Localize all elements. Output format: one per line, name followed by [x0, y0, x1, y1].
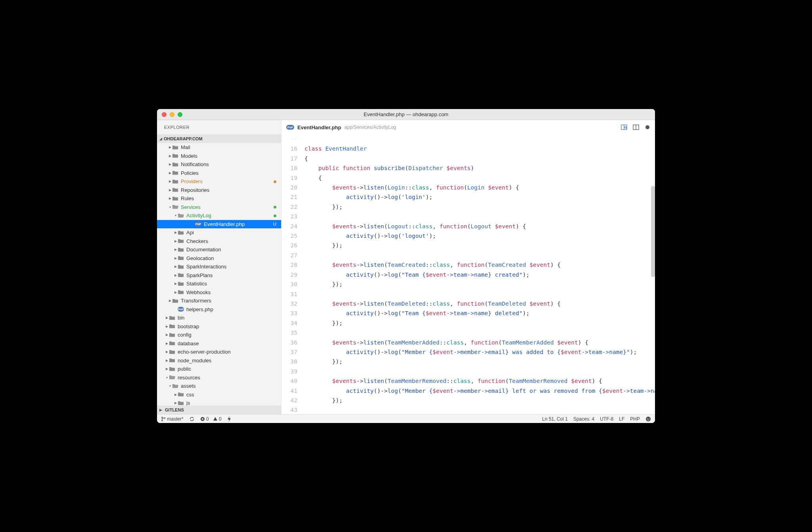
split-editor-icon[interactable] — [633, 124, 639, 130]
tab-row: PHP EventHandler.php app/Services/Activi… — [282, 120, 655, 134]
tree-item-database[interactable]: ▶database — [157, 339, 281, 348]
tree-item-public[interactable]: ▶public — [157, 365, 281, 373]
code-content[interactable]: class EventHandler{ public function subs… — [304, 134, 655, 414]
problems-status[interactable]: 0 0 — [200, 416, 222, 422]
tree-item-label: database — [178, 341, 277, 346]
tree-item-geolocation[interactable]: ▶Geolocation — [157, 254, 281, 263]
tree-item-sparkinteractions[interactable]: ▶SparkInteractions — [157, 262, 281, 271]
chevron-right-icon: ▶ — [168, 163, 172, 166]
folder-icon — [172, 162, 178, 167]
chevron-down-icon: ▾ — [174, 214, 178, 217]
tree-item-label: css — [186, 392, 277, 398]
tree-item-models[interactable]: ▶Models — [157, 152, 281, 161]
tree-item-transformers[interactable]: ▶Transformers — [157, 297, 281, 305]
tree-item-label: assets — [181, 383, 277, 389]
chevron-right-icon: ▶ — [174, 248, 178, 251]
tree-item-activitylog[interactable]: ▾ActivityLog — [157, 211, 281, 220]
folder-icon — [178, 290, 184, 295]
tree-item-notifications[interactable]: ▶Notifications — [157, 160, 281, 169]
titlebar[interactable]: EventHandler.php — ohdearapp.com — [157, 109, 655, 120]
chevron-right-icon: ▶ — [165, 325, 169, 328]
folder-icon — [178, 273, 184, 277]
tree-item-sparkplans[interactable]: ▶SparkPlans — [157, 271, 281, 280]
chevron-right-icon: ▶ — [174, 239, 178, 243]
indentation[interactable]: Spaces: 4 — [573, 416, 594, 422]
tree-item-repositories[interactable]: ▶Repositories — [157, 186, 281, 195]
svg-point-14 — [647, 418, 648, 419]
close-button[interactable] — [162, 112, 167, 117]
gitlens-label: GITLENS — [165, 408, 184, 412]
maximize-button[interactable] — [178, 112, 182, 117]
folder-open-icon — [172, 384, 178, 388]
tree-item-node-modules[interactable]: ▶node_modules — [157, 356, 281, 365]
cursor-position[interactable]: Ln 51, Col 1 — [542, 416, 568, 422]
tree-item-label: helpers.php — [186, 306, 277, 312]
folder-icon — [169, 341, 175, 346]
chevron-right-icon: ▶ — [165, 342, 169, 345]
tree-item-bootstrap[interactable]: ▶bootstrap — [157, 322, 281, 331]
chevron-down-icon: ▾ — [168, 205, 172, 209]
git-status-dot — [272, 213, 277, 218]
chevron-right-icon: ▶ — [159, 408, 162, 412]
tree-item-label: Api — [186, 230, 277, 235]
tree-item-label: bootstrap — [178, 323, 277, 329]
vertical-scrollbar[interactable] — [651, 186, 655, 277]
svg-point-9 — [164, 417, 165, 419]
chevron-right-icon: ▶ — [174, 231, 178, 234]
more-actions-icon[interactable] — [645, 124, 650, 130]
chevron-right-icon: ▶ — [168, 197, 172, 200]
tree-item-rules[interactable]: ▶Rules — [157, 194, 281, 203]
feedback-icon[interactable] — [645, 416, 651, 422]
tree-item-js[interactable]: ▶js — [157, 399, 281, 406]
eol[interactable]: LF — [619, 416, 624, 422]
line-gutter: ··16171819202122232425262728293031323334… — [282, 134, 304, 414]
folder-open-icon — [178, 213, 184, 218]
git-status-badge: U — [272, 222, 277, 226]
tree-item-resources[interactable]: ▾resources — [157, 373, 281, 382]
chevron-right-icon: ▶ — [165, 367, 169, 371]
svg-point-6 — [645, 125, 649, 129]
gitlens-header[interactable]: ▶ GITLENS — [157, 406, 281, 414]
chevron-right-icon: ▶ — [168, 299, 172, 302]
tree-item-services[interactable]: ▾Services — [157, 203, 281, 212]
tree-item-mail[interactable]: ▶Mail — [157, 143, 281, 152]
tree-item-assets[interactable]: ▾assets — [157, 382, 281, 390]
tree-item-policies[interactable]: ▶Policies — [157, 169, 281, 178]
tree-item-label: ActivityLog — [186, 212, 272, 218]
tree-item-providers[interactable]: ▶Providers — [157, 177, 281, 186]
branch-status[interactable]: master* — [161, 416, 184, 422]
minimize-button[interactable] — [170, 112, 174, 117]
tree-item-helpers-php[interactable]: PHPhelpers.php — [157, 305, 281, 314]
tree-item-label: Notifications — [181, 161, 277, 167]
tree-item-echo-server-production[interactable]: ▶echo-server-production — [157, 348, 281, 356]
chevron-right-icon: ▶ — [168, 171, 172, 175]
language-mode[interactable]: PHP — [630, 416, 640, 422]
split-preview-icon[interactable] — [621, 124, 627, 130]
tree-item-bin[interactable]: ▶bin — [157, 314, 281, 322]
tree-item-label: public — [178, 366, 277, 372]
tree-item-documentation[interactable]: ▶Documentation — [157, 245, 281, 254]
folder-icon — [178, 247, 184, 252]
chevron-right-icon: ▶ — [174, 256, 178, 260]
tree-item-statistics[interactable]: ▶Statistics — [157, 279, 281, 288]
svg-point-2 — [625, 126, 626, 128]
tree-item-webhooks[interactable]: ▶Webhooks — [157, 288, 281, 297]
svg-point-7 — [162, 417, 163, 418]
sync-icon[interactable] — [189, 416, 195, 422]
tree-item-css[interactable]: ▶css — [157, 390, 281, 399]
encoding[interactable]: UTF-8 — [600, 416, 613, 422]
tree-item-api[interactable]: ▶Api — [157, 228, 281, 237]
tree-item-checkers[interactable]: ▶Checkers — [157, 237, 281, 246]
bolt-icon[interactable] — [227, 416, 231, 422]
svg-line-3 — [626, 128, 627, 129]
tree-item-label: Policies — [181, 170, 277, 176]
tree-item-config[interactable]: ▶config — [157, 331, 281, 339]
code-area[interactable]: ··16171819202122232425262728293031323334… — [282, 134, 655, 414]
chevron-right-icon: ▶ — [174, 265, 178, 268]
explorer-title: EXPLORER — [157, 120, 281, 134]
active-tab[interactable]: PHP EventHandler.php app/Services/Activi… — [286, 124, 396, 130]
tree-item-eventhandler-php[interactable]: PHPEventHandler.phpU — [157, 220, 281, 229]
window-title: EventHandler.php — ohdearapp.com — [157, 111, 655, 117]
folder-icon — [172, 153, 178, 158]
workspace-header[interactable]: ◢ OHDEARAPP.COM — [157, 134, 281, 143]
